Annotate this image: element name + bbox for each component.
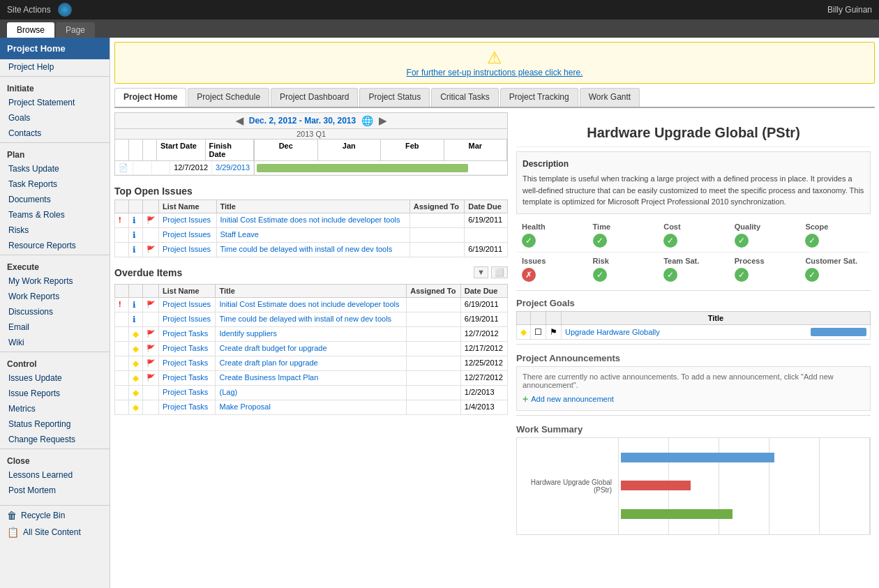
td-list[interactable]: Project Issues (159, 213, 217, 228)
th-title[interactable]: Title (216, 200, 410, 213)
gantt-month-headers: Dec Jan Feb Mar (255, 140, 507, 160)
td-title[interactable]: Initial Cost Estimate does not include d… (216, 298, 407, 312)
td-list[interactable]: Project Tasks (159, 400, 216, 415)
goals-title: Project Goals (516, 295, 871, 311)
td-assigned (407, 386, 461, 400)
td-list[interactable]: Project Issues (159, 298, 216, 312)
sidebar-item-project-statement[interactable]: Project Statement (0, 95, 110, 110)
th-assigned[interactable]: Assigned To (407, 285, 461, 298)
sidebar-item-work-reports[interactable]: Work Reports (0, 289, 110, 304)
all-site-content[interactable]: 📋 All Site Content (0, 524, 110, 541)
sidebar-item-task-reports[interactable]: Task Reports (0, 176, 110, 192)
sidebar-item-teams-roles[interactable]: Teams & Roles (0, 207, 110, 223)
th-title[interactable]: Title (216, 285, 407, 298)
sidebar-item-risks[interactable]: Risks (0, 223, 110, 238)
td-title[interactable]: Time could be delayed with install of ne… (216, 312, 407, 327)
th-icon2 (129, 285, 143, 298)
td-exclaim (115, 228, 129, 243)
tab-work-gantt[interactable]: Work Gantt (580, 88, 640, 107)
td-title[interactable]: Create Business Impact Plan (216, 371, 407, 386)
goals-th-title[interactable]: Title (562, 311, 871, 324)
td-title[interactable]: Identify suppliers (216, 327, 407, 342)
overdue-expand-btn[interactable]: ⬜ (491, 266, 508, 278)
right-column: Hardware Upgrade Global (PStr) Descripti… (512, 112, 875, 539)
td-exclaim (115, 327, 129, 342)
gantt-col-finish[interactable]: Finish Date (206, 140, 255, 160)
tab-project-status[interactable]: Project Status (359, 88, 430, 107)
recycle-bin[interactable]: 🗑 Recycle Bin (0, 507, 110, 524)
td-list[interactable]: Project Issues (159, 228, 217, 243)
td-due: 12/25/2012 (460, 356, 507, 371)
td-title[interactable]: (Lag) (216, 386, 407, 400)
sidebar-item-resource-reports[interactable]: Resource Reports (0, 238, 110, 253)
warning-bar: ⚠ For further set-up instructions please… (114, 42, 875, 84)
sidebar-item-change-requests[interactable]: Change Requests (0, 432, 110, 447)
td-list[interactable]: Project Tasks (159, 386, 216, 400)
status-scope-icon: ✓ (805, 234, 819, 248)
td-title[interactable]: Create draft budget for upgrade (216, 342, 407, 356)
gantt-next-btn[interactable]: ▶ (379, 115, 386, 126)
table-row: ℹ 🚩 Project Issues Time could be delayed… (115, 243, 508, 257)
status-process: Process ✓ (729, 252, 800, 286)
sidebar-item-documents[interactable]: Documents (0, 192, 110, 207)
th-icon3 (143, 200, 159, 213)
status-team-sat-icon: ✓ (663, 268, 677, 282)
td-list[interactable]: Project Tasks (159, 342, 216, 356)
gantt-col-start[interactable]: Start Date (157, 140, 206, 160)
table-row: ◆ 🚩 Project Tasks Create draft budget fo… (115, 342, 508, 356)
td-title[interactable]: Staff Leave (216, 228, 410, 243)
add-announcement-link[interactable]: + Add new announcement (523, 393, 864, 405)
goals-td-title[interactable]: Upgrade Hardware Globally (562, 324, 871, 339)
tab-project-schedule[interactable]: Project Schedule (188, 88, 269, 107)
td-due: 12/17/2012 (460, 342, 507, 356)
th-list-name[interactable]: List Name (159, 200, 217, 213)
sidebar-item-project-help[interactable]: Project Help (0, 59, 110, 75)
td-title[interactable]: Initial Cost Estimate does not include d… (216, 213, 410, 228)
sidebar-item-discussions[interactable]: Discussions (0, 304, 110, 319)
td-list[interactable]: Project Tasks (159, 371, 216, 386)
td-list[interactable]: Project Issues (159, 243, 217, 257)
sidebar-item-lessons-learned[interactable]: Lessons Learned (0, 467, 110, 483)
table-row: ! ℹ 🚩 Project Issues Initial Cost Estima… (115, 298, 508, 312)
td-title[interactable]: Make Proposal (216, 400, 407, 415)
th-list-name[interactable]: List Name (159, 285, 216, 298)
sidebar-item-issue-reports[interactable]: Issue Reports (0, 386, 110, 401)
goals-th-1 (517, 311, 531, 324)
status-customer-sat-label: Customer Sat. (805, 257, 865, 265)
sidebar-item-contacts[interactable]: Contacts (0, 126, 110, 141)
th-assigned[interactable]: Assigned To (410, 200, 465, 213)
sidebar-item-email[interactable]: Email (0, 319, 110, 335)
td-assigned (407, 400, 461, 415)
td-list[interactable]: Project Tasks (159, 356, 216, 371)
gantt-prev-btn[interactable]: ◀ (236, 115, 243, 126)
tab-project-tracking[interactable]: Project Tracking (500, 88, 578, 107)
tab-page[interactable]: Page (56, 22, 95, 38)
sidebar-item-my-work-reports[interactable]: My Work Reports (0, 273, 110, 289)
td-list[interactable]: Project Issues (159, 312, 216, 327)
sidebar-item-status-reporting[interactable]: Status Reporting (0, 416, 110, 432)
tab-project-dashboard[interactable]: Project Dashboard (271, 88, 358, 107)
top-issues-table: List Name Title Assigned To Date Due ! ℹ… (114, 199, 508, 257)
sidebar-item-wiki[interactable]: Wiki (0, 335, 110, 350)
td-title[interactable]: Create draft plan for upgrade (216, 356, 407, 371)
td-title[interactable]: Time could be delayed with install of ne… (216, 243, 410, 257)
td-due: 6/19/2011 (460, 312, 507, 327)
site-actions-menu[interactable]: Site Actions (7, 5, 51, 15)
warning-link[interactable]: For further set-up instructions please c… (121, 68, 869, 77)
sidebar-item-goals[interactable]: Goals (0, 110, 110, 126)
gantt-row-finish[interactable]: 3/29/2013 (212, 161, 254, 174)
th-due[interactable]: Date Due (460, 285, 507, 298)
tab-browse[interactable]: Browse (7, 22, 54, 38)
td-info: ℹ (129, 312, 143, 327)
sidebar-item-metrics[interactable]: Metrics (0, 401, 110, 416)
tab-project-home[interactable]: Project Home (114, 88, 186, 107)
sidebar-item-tasks-update[interactable]: Tasks Update (0, 161, 110, 176)
sidebar-item-post-mortem[interactable]: Post Mortem (0, 483, 110, 498)
tab-critical-tasks[interactable]: Critical Tasks (431, 88, 498, 107)
td-list[interactable]: Project Tasks (159, 327, 216, 342)
sidebar-item-issues-update[interactable]: Issues Update (0, 370, 110, 386)
th-due[interactable]: Date Due (465, 200, 508, 213)
overdue-menu-btn[interactable]: ▼ (474, 266, 488, 278)
td-exclaim: ! (115, 298, 129, 312)
td-flag (143, 228, 159, 243)
